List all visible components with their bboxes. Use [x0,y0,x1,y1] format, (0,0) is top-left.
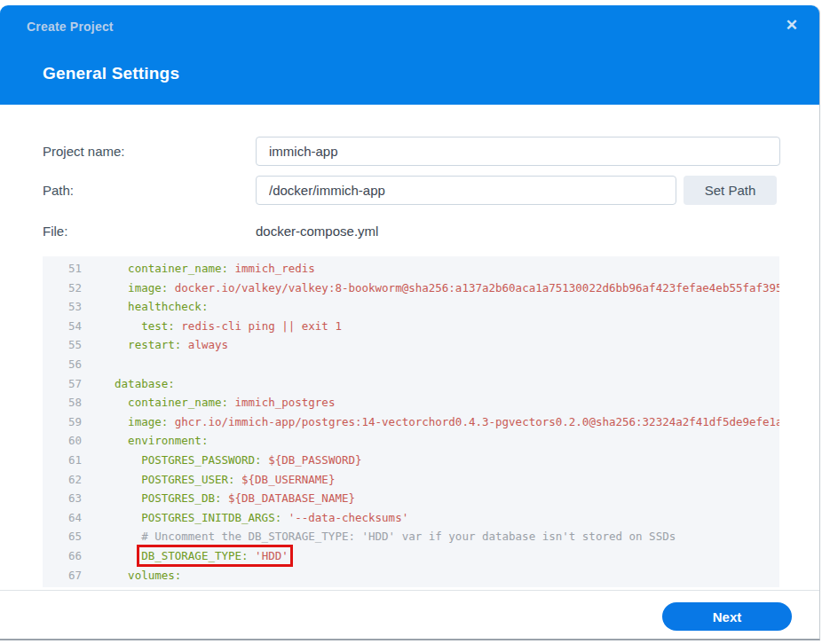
code-token: container_name: [128,396,228,409]
code-token: POSTGRES_USER: [141,473,234,486]
dialog-body: Project name: Path: Set Path File: docke… [0,105,819,592]
code-line: 64 POSTGRES_INITDB_ARGS: '--data-checksu… [43,508,779,528]
code-line: 63 POSTGRES_DB: ${DB_DATABASE_NAME} [43,489,779,508]
line-number: 58 [55,393,82,412]
code-token: docker.io/valkey/valkey:8-bookworm@sha25… [175,281,779,295]
code-token [101,281,128,295]
line-number: 54 [55,317,82,336]
code-token: 'HDD' [255,549,288,562]
code-token [101,377,115,390]
code-line: 52 image: docker.io/valkey/valkey:8-book… [43,279,779,298]
line-number: 67 [55,566,82,585]
code-token [281,511,288,524]
code-token [101,569,128,582]
code-token: test: [141,319,175,333]
code-line: 57 database: [43,374,779,394]
code-line: 65 # Uncomment the DB_STORAGE_TYPE: 'HDD… [43,527,779,546]
code-token [181,338,188,351]
code-token: POSTGRES_INITDB_ARGS: [141,511,281,524]
code-token [168,415,175,428]
code-token [101,300,128,313]
line-number: 56 [55,355,82,374]
code-token: environment: [128,434,208,447]
code-token: redis-cli ping || exit 1 [181,319,342,333]
line-number: 57 [55,374,82,394]
line-number: 63 [55,489,82,508]
code-token [101,338,128,351]
code-line: 51 container_name: immich_redis [43,259,779,279]
next-button[interactable]: Next [662,602,792,631]
section-title: General Settings [43,64,179,83]
code-token: DB_STORAGE_TYPE: [141,549,248,562]
code-token [101,415,128,428]
code-line: 60 environment: [43,431,779,451]
file-value: docker-compose.yml [256,224,378,239]
code-token [101,511,141,524]
code-token: ${DB_DATABASE_NAME} [228,491,355,505]
code-token: container_name: [128,262,228,275]
code-token: POSTGRES_PASSWORD: [141,453,261,467]
code-line: 66 DB_STORAGE_TYPE: 'HDD' [43,546,779,566]
code-line: 67 volumes: [43,566,779,585]
code-token [101,530,141,543]
code-token: image: [128,415,168,428]
code-token [168,281,175,295]
code-token [101,453,141,467]
dialog-footer: Next [0,590,819,639]
line-number: 60 [55,431,82,451]
code-line: 56 [43,355,779,374]
code-token [228,262,235,275]
code-token: healthcheck: [128,300,208,313]
project-name-label: Project name: [43,144,125,159]
code-token [235,473,242,486]
line-number: 62 [55,470,82,490]
code-token [221,491,228,505]
code-token [101,473,141,486]
code-editor[interactable]: 51 container_name: immich_redis52 image:… [43,256,779,587]
line-number: 52 [55,279,82,298]
code-token: always [188,338,228,351]
code-token [101,319,141,333]
dialog-title: Create Project [27,20,114,34]
line-number: 55 [55,335,82,355]
code-token [228,396,235,409]
code-token: ${DB_PASSWORD} [268,453,361,467]
dialog-header: Create Project ✕ General Settings [0,5,819,105]
line-number: 51 [55,259,82,279]
line-number: 64 [55,508,82,528]
create-project-dialog: Create Project ✕ General Settings Projec… [0,5,820,640]
code-token: immich_postgres [235,396,336,409]
code-token [101,491,141,505]
code-line: 61 POSTGRES_PASSWORD: ${DB_PASSWORD} [43,451,779,470]
code-token: POSTGRES_DB: [141,491,221,505]
code-line: 54 test: redis-cli ping || exit 1 [43,317,779,336]
close-icon[interactable]: ✕ [786,17,798,35]
project-name-input[interactable] [256,137,780,166]
code-token: restart: [128,338,181,351]
line-number: 65 [55,527,82,546]
code-token: '--data-checksums' [288,511,408,524]
code-line: 59 image: ghcr.io/immich-app/postgres:14… [43,412,779,432]
highlight-annotation-box: DB_STORAGE_TYPE: 'HDD' [141,549,288,562]
code-token [101,262,128,275]
code-token [101,434,128,447]
code-token: # Uncomment the DB_STORAGE_TYPE: 'HDD' v… [141,530,676,543]
path-input[interactable] [256,176,676,205]
code-token: image: [128,281,168,295]
set-path-button[interactable]: Set Path [684,176,777,205]
file-label: File: [43,224,67,239]
code-token: immich_redis [235,262,315,275]
line-number: 61 [55,451,82,470]
code-token [249,549,256,562]
code-token [101,549,141,562]
code-token: ghcr.io/immich-app/postgres:14-vectorcho… [175,415,779,428]
code-token [101,396,128,409]
code-token: volumes: [128,569,181,582]
code-line: 58 container_name: immich_postgres [43,393,779,412]
code-line: 55 restart: always [43,335,779,355]
code-token: database: [115,377,175,390]
line-number: 59 [55,412,82,432]
line-number: 53 [55,297,82,317]
path-label: Path: [43,183,74,198]
line-number: 66 [55,546,82,566]
